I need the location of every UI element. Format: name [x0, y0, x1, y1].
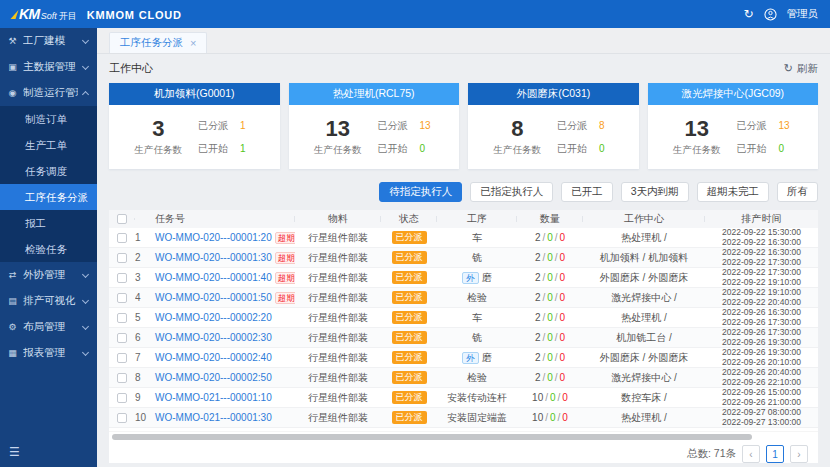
logo-km-text: KM: [19, 6, 40, 22]
table-row[interactable]: 10 WO-MMO-021---00001:30 行星组件部装 已分派 安装固定…: [109, 408, 818, 428]
workcenter-card-title[interactable]: 热处理机(RCL75): [289, 83, 460, 105]
task-table-panel: 任务号 物料 状态 工序 数量 工作中心 排产时间 1 WO-MMO-020--…: [109, 210, 818, 463]
workcenter-card-title[interactable]: 外圆磨床(C031): [468, 83, 639, 105]
quantity-cell: 2/0/0: [517, 352, 583, 363]
sidebar-item-manufacturing-ops[interactable]: ◉ 制造运行管理: [0, 80, 97, 106]
page-1-button[interactable]: 1: [766, 445, 784, 463]
refresh-button[interactable]: ↻ 刷新: [784, 62, 818, 76]
sidebar-item-master-data[interactable]: ▣ 主数据管理: [0, 54, 97, 80]
quantity-cell: 10/0/0: [517, 392, 583, 403]
row-checkbox[interactable]: [117, 273, 127, 283]
sidebar-item-report-management[interactable]: ▦ 报表管理: [0, 340, 97, 366]
logo-mark-icon: [11, 10, 19, 19]
table-row[interactable]: 3 WO-MMO-020---00001:40超期 行星组件部装 已分派 外磨 …: [109, 268, 818, 288]
filter-started[interactable]: 已开工: [561, 182, 613, 202]
row-checkbox[interactable]: [117, 393, 127, 403]
table-row[interactable]: 1 WO-MMO-020---00001:20超期 行星组件部装 已分派 车 2…: [109, 228, 818, 248]
data-grid-icon: ▣: [7, 62, 18, 72]
table-row[interactable]: 8 WO-MMO-020---00002:50 行星组件部装 已分派 检验 2/…: [109, 368, 818, 388]
task-number-link[interactable]: WO-MMO-020---00001:50: [155, 292, 272, 303]
task-number-link[interactable]: WO-MMO-021---00001:10: [155, 392, 272, 403]
table-row[interactable]: 5 WO-MMO-020---00002:20 行星组件部装 已分派 车 2/0…: [109, 308, 818, 328]
filter-buttons: 待指定执行人 已指定执行人 已开工 3天内到期 超期未完工 所有: [109, 182, 818, 202]
sidebar-item-outsourcing[interactable]: ⇄ 外协管理: [0, 262, 97, 288]
sidebar-item-manufacturing-orders[interactable]: 制造订单: [0, 106, 97, 132]
col-material: 物料: [295, 212, 381, 226]
sidebar-item-task-dispatch[interactable]: 工序任务分派: [0, 184, 97, 210]
sync-icon[interactable]: ↻: [743, 8, 753, 20]
sidebar-item-task-scheduling[interactable]: 任务调度: [0, 158, 97, 184]
sidebar-item-factory-modeling[interactable]: ⚒ 工厂建模: [0, 28, 97, 54]
sidebar: ⚒ 工厂建模 ▣ 主数据管理 ◉ 制造运行管理 制造订单 生产工单 任务调度 工…: [0, 28, 97, 467]
filter-assigned-executor[interactable]: 已指定执行人: [470, 182, 553, 202]
task-number-link[interactable]: WO-MMO-020---00002:20: [155, 312, 272, 323]
table-row[interactable]: 4 WO-MMO-020---00001:50超期 行星组件部装 已分派 检验 …: [109, 288, 818, 308]
started-count: 0: [779, 143, 793, 154]
process-cell: 外磨: [437, 351, 517, 365]
filter-overdue-unfinished[interactable]: 超期未完工: [697, 182, 770, 202]
main-area: 工序任务分派 × 工作中心 ↻ 刷新 机加领料(G0001) 3 生产任务数: [97, 28, 830, 467]
row-checkbox[interactable]: [117, 373, 127, 383]
task-number-link[interactable]: WO-MMO-020---00001:20: [155, 232, 272, 243]
scrollbar-thumb[interactable]: [112, 434, 752, 440]
schedule-time-cell: 2022-09-27 08:00:002022-09-27 13:00:00: [705, 408, 818, 427]
schedule-time-cell: 2022-09-26 15:00:002022-09-26 21:00:00: [705, 388, 818, 407]
operations-icon: ◉: [7, 88, 18, 98]
row-checkbox[interactable]: [117, 413, 127, 423]
workcenter-cell: 激光焊接中心 /: [583, 291, 705, 305]
status-badge: 已分派: [392, 351, 427, 364]
username[interactable]: 管理员: [787, 7, 819, 21]
process-cell: 车: [437, 311, 517, 325]
schedule-time-cell: 2022-09-22 17:30:002022-09-22 19:10:00: [705, 268, 818, 287]
row-checkbox[interactable]: [117, 233, 127, 243]
material-cell: 行星组件部装: [295, 391, 381, 405]
table-row[interactable]: 9 WO-MMO-021---00001:10 行星组件部装 已分派 安装传动连…: [109, 388, 818, 408]
task-number-link[interactable]: WO-MMO-020---00002:50: [155, 372, 272, 383]
row-checkbox[interactable]: [117, 253, 127, 263]
workcenter-cell: 激光焊接中心 /: [583, 371, 705, 385]
task-number-link[interactable]: WO-MMO-020---00001:30: [155, 252, 272, 263]
sidebar-item-production-work-orders[interactable]: 生产工单: [0, 132, 97, 158]
schedule-time-cell: 2022-09-26 16:30:002022-09-26 17:30:00: [705, 308, 818, 327]
pagination: 总数: 71条 ‹ 1 ›: [109, 441, 818, 463]
workcenter-card-title[interactable]: 机加领料(G0001): [109, 83, 280, 105]
task-number-link[interactable]: WO-MMO-020---00002:40: [155, 352, 272, 363]
row-checkbox[interactable]: [117, 313, 127, 323]
sidebar-item-work-reporting[interactable]: 报工: [0, 210, 97, 236]
col-quantity: 数量: [517, 212, 583, 226]
user-avatar-icon[interactable]: [764, 8, 777, 21]
chevron-down-icon: [82, 348, 89, 355]
workcenter-cell: 外圆磨床 / 外圆磨床: [583, 351, 705, 365]
row-checkbox[interactable]: [117, 333, 127, 343]
prev-page-button[interactable]: ‹: [742, 445, 760, 463]
collapse-sidebar-icon[interactable]: ☰: [9, 445, 20, 459]
filter-all[interactable]: 所有: [777, 182, 818, 202]
task-number-link[interactable]: WO-MMO-021---00001:30: [155, 412, 272, 423]
table-row[interactable]: 2 WO-MMO-020---00001:30超期 行星组件部装 已分派 铣 2…: [109, 248, 818, 268]
col-process: 工序: [437, 212, 517, 226]
filter-due-3-days[interactable]: 3天内到期: [621, 182, 689, 202]
task-count: 3: [135, 117, 183, 141]
next-page-button[interactable]: ›: [790, 445, 808, 463]
close-icon[interactable]: ×: [190, 38, 196, 49]
quantity-cell: 2/0/0: [517, 252, 583, 263]
tab-task-dispatch[interactable]: 工序任务分派 ×: [109, 32, 207, 53]
sidebar-item-scheduling-visualization[interactable]: ▤ 排产可视化: [0, 288, 97, 314]
table-row[interactable]: 6 WO-MMO-020---00002:30 行星组件部装 已分派 铣 2/0…: [109, 328, 818, 348]
row-checkbox[interactable]: [117, 353, 127, 363]
status-badge: 已分派: [392, 391, 427, 404]
row-checkbox[interactable]: [117, 293, 127, 303]
workcenter-section-title: 工作中心: [109, 61, 153, 76]
select-all-checkbox[interactable]: [117, 214, 127, 224]
quantity-cell: 2/0/0: [517, 292, 583, 303]
status-badge: 已分派: [392, 411, 427, 424]
material-cell: 行星组件部装: [295, 411, 381, 425]
sidebar-item-layout-management[interactable]: ⚙ 布局管理: [0, 314, 97, 340]
table-row[interactable]: 7 WO-MMO-020---00002:40 行星组件部装 已分派 外磨 2/…: [109, 348, 818, 368]
task-number-link[interactable]: WO-MMO-020---00002:30: [155, 332, 272, 343]
workcenter-card-title[interactable]: 激光焊接中心(JGC09): [648, 83, 819, 105]
task-number-link[interactable]: WO-MMO-020---00001:40: [155, 272, 272, 283]
material-cell: 行星组件部装: [295, 231, 381, 245]
sidebar-item-inspection-tasks[interactable]: 检验任务: [0, 236, 97, 262]
filter-pending-executor[interactable]: 待指定执行人: [379, 182, 462, 202]
